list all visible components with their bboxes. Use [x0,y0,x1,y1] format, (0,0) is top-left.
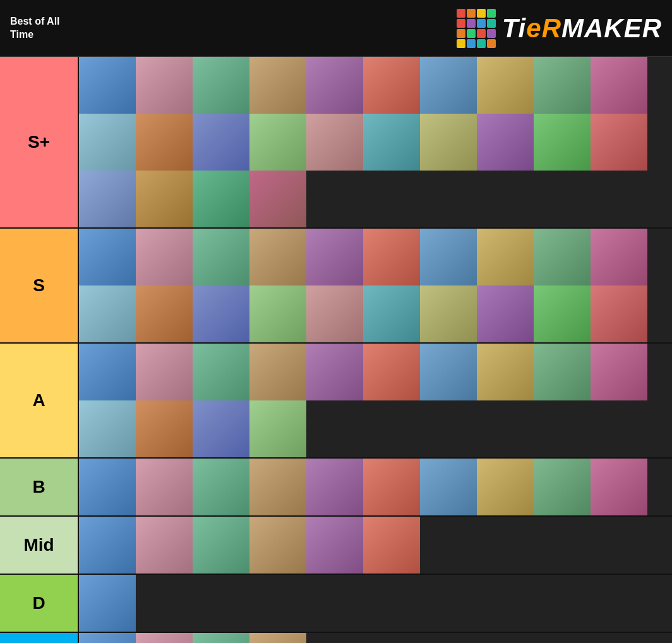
list-item[interactable] [306,285,363,342]
list-item[interactable] [249,285,306,342]
list-item[interactable] [79,285,136,342]
list-item[interactable] [363,114,420,171]
list-item[interactable] [136,400,193,457]
list-item[interactable] [136,285,193,342]
list-item[interactable] [591,459,647,515]
anime-thumbnail [79,285,136,342]
tier-label-a: A [0,344,79,457]
tier-items-b[interactable] [79,459,672,515]
list-item[interactable] [193,344,249,400]
list-item[interactable] [591,344,647,400]
list-item[interactable] [79,229,136,285]
logo-dot [477,19,486,28]
list-item[interactable] [249,633,306,643]
list-item[interactable] [420,229,477,285]
tier-items-splus[interactable] [79,57,672,227]
list-item[interactable] [306,459,363,515]
list-item[interactable] [193,459,249,515]
anime-thumbnail [363,459,420,515]
tier-label-mid: Mid [0,517,79,574]
list-item[interactable] [193,114,249,171]
list-item[interactable] [79,57,136,114]
list-item[interactable] [193,57,249,114]
list-item[interactable] [420,285,477,342]
anime-thumbnail [136,57,193,114]
list-item[interactable] [420,57,477,114]
list-item[interactable] [136,57,193,114]
list-item[interactable] [79,171,136,227]
list-item[interactable] [79,633,136,643]
tier-label-trash: Trash [0,633,79,643]
tier-items-s[interactable] [79,229,672,342]
list-item[interactable] [136,633,193,643]
list-item[interactable] [79,400,136,457]
list-item[interactable] [363,517,420,574]
list-item[interactable] [79,459,136,515]
list-item[interactable] [193,633,249,643]
list-item[interactable] [363,344,420,400]
list-item[interactable] [591,57,647,114]
anime-thumbnail [420,344,477,400]
list-item[interactable] [591,229,647,285]
list-item[interactable] [249,229,306,285]
list-item[interactable] [534,344,591,400]
list-item[interactable] [477,344,534,400]
list-item[interactable] [136,459,193,515]
list-item[interactable] [136,171,193,227]
list-item[interactable] [79,575,136,632]
list-item[interactable] [249,344,306,400]
list-item[interactable] [136,114,193,171]
logo-dot [477,9,486,18]
list-item[interactable] [249,400,306,457]
list-item[interactable] [306,344,363,400]
list-item[interactable] [534,114,591,171]
list-item[interactable] [249,114,306,171]
list-item[interactable] [420,459,477,515]
anime-thumbnail [363,344,420,400]
list-item[interactable] [306,57,363,114]
list-item[interactable] [306,517,363,574]
list-item[interactable] [193,517,249,574]
tier-items-d[interactable] [79,575,672,632]
list-item[interactable] [534,229,591,285]
list-item[interactable] [591,285,647,342]
list-item[interactable] [249,459,306,515]
list-item[interactable] [306,114,363,171]
list-item[interactable] [136,229,193,285]
tier-items-a[interactable] [79,344,672,457]
list-item[interactable] [249,57,306,114]
list-item[interactable] [591,114,647,171]
list-item[interactable] [363,57,420,114]
list-item[interactable] [193,229,249,285]
list-item[interactable] [420,114,477,171]
list-item[interactable] [249,171,306,227]
list-item[interactable] [477,459,534,515]
list-item[interactable] [306,229,363,285]
logo-dot [487,19,496,28]
list-item[interactable] [136,344,193,400]
list-item[interactable] [477,114,534,171]
list-item[interactable] [534,285,591,342]
anime-thumbnail [591,57,647,114]
list-item[interactable] [79,114,136,171]
list-item[interactable] [193,171,249,227]
list-item[interactable] [363,459,420,515]
list-item[interactable] [420,344,477,400]
list-item[interactable] [79,517,136,574]
list-item[interactable] [363,229,420,285]
list-item[interactable] [363,285,420,342]
list-item[interactable] [249,517,306,574]
list-item[interactable] [477,285,534,342]
list-item[interactable] [193,400,249,457]
tier-items-mid[interactable] [79,517,672,574]
anime-thumbnail [193,344,249,400]
list-item[interactable] [477,229,534,285]
tier-items-trash[interactable] [79,633,672,643]
list-item[interactable] [534,57,591,114]
list-item[interactable] [79,344,136,400]
list-item[interactable] [136,517,193,574]
list-item[interactable] [477,57,534,114]
list-item[interactable] [534,459,591,515]
logo-grid-icon [457,9,496,48]
list-item[interactable] [193,285,249,342]
